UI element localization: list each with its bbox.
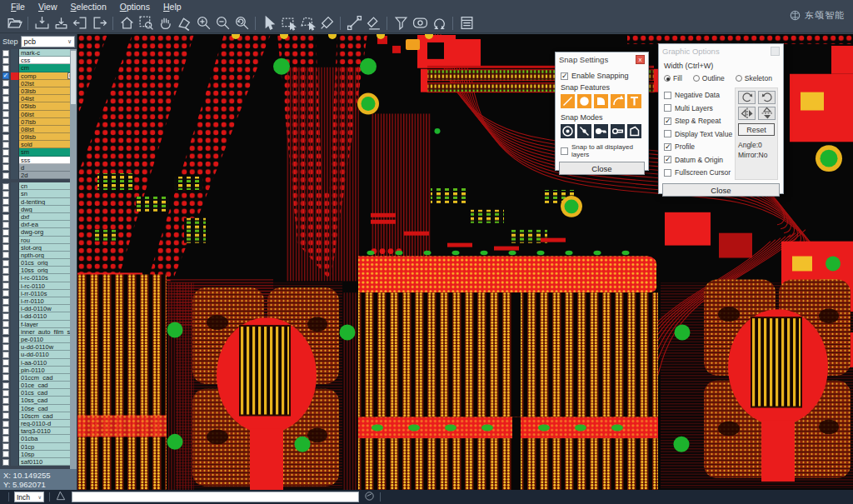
layer-visibility-checkbox[interactable] <box>2 103 9 110</box>
checkbox-negative-data[interactable]: Negative Data <box>664 90 735 101</box>
radio-fill[interactable]: Fill <box>664 74 682 82</box>
layer-row-01cp[interactable]: 01cp <box>0 443 77 451</box>
layer-row-2d[interactable]: 2d <box>0 172 77 179</box>
mode-key-filled-icon[interactable] <box>594 124 608 138</box>
layer-visibility-checkbox[interactable] <box>2 72 9 79</box>
menu-options[interactable]: Options <box>114 1 156 12</box>
layer-row-01cba[interactable]: 01cba <box>0 435 77 442</box>
mode-center-icon[interactable] <box>561 124 575 138</box>
mode-vertex-icon[interactable] <box>627 124 641 138</box>
enable-snapping-checkbox[interactable]: Enable Snapping <box>561 72 643 80</box>
layer-row-01ce_cad[interactable]: 01ce_cad <box>0 382 77 389</box>
layer-visibility-checkbox[interactable] <box>2 298 9 305</box>
layer-row-07lsb[interactable]: 07lsb <box>0 118 77 126</box>
layer-visibility-checkbox[interactable] <box>2 382 9 389</box>
layer-visibility-checkbox[interactable] <box>2 436 9 442</box>
step-select[interactable]: pcb ∨ <box>21 36 75 47</box>
layer-list-scrollbar[interactable] <box>70 49 77 469</box>
layer-visibility-checkbox[interactable] <box>2 191 9 197</box>
snap-all-layers-checkbox[interactable]: Snap to all displayed layers <box>561 143 643 158</box>
layer-visibility-checkbox[interactable] <box>2 229 9 236</box>
layer-row-css[interactable]: css <box>0 57 77 64</box>
layer-visibility-checkbox[interactable] <box>2 237 9 243</box>
layer-row-08lst[interactable]: 08lst <box>0 126 77 133</box>
layer-row-saf0110[interactable]: saf0110 <box>0 458 77 466</box>
graphic-options-close-button[interactable]: Close <box>662 183 780 197</box>
layer-row-i-rr-0110s[interactable]: i-rr-0110s <box>0 290 77 297</box>
close-icon[interactable] <box>771 47 780 56</box>
layer-row-01cs_orig[interactable]: 01cs_orig <box>0 259 77 267</box>
layer-row-02lst[interactable]: 02lst <box>0 80 77 87</box>
layer-row-d[interactable]: d <box>0 164 77 172</box>
select-rect-icon[interactable] <box>279 14 297 32</box>
layer-visibility-checkbox[interactable] <box>2 172 9 179</box>
layer-visibility-checkbox[interactable] <box>2 142 9 148</box>
layer-row-10sp[interactable]: 10sp <box>0 451 77 458</box>
layer-visibility-checkbox[interactable] <box>2 359 9 366</box>
snap-arc-icon[interactable] <box>611 94 625 108</box>
zoom-in-icon[interactable] <box>194 14 212 32</box>
menu-file[interactable]: File <box>5 1 31 12</box>
layer-row-npth-org[interactable]: npth-org <box>0 252 77 259</box>
layer-row-sss[interactable]: sss <box>0 157 77 164</box>
mode-key-outline-icon[interactable] <box>611 124 625 138</box>
layer-visibility-checkbox[interactable] <box>2 149 9 156</box>
layer-row-sm[interactable]: sm <box>0 148 77 156</box>
layer-row-10ss_cad[interactable]: 10ss_cad <box>0 397 77 404</box>
layer-visibility-checkbox[interactable] <box>2 306 9 312</box>
layer-visibility-checkbox[interactable] <box>2 183 9 190</box>
layer-visibility-checkbox[interactable] <box>2 267 9 274</box>
layer-row-dwg[interactable]: dwg <box>0 206 77 213</box>
layer-row-targ3-0110[interactable]: targ3-0110 <box>0 427 77 435</box>
layer-row-inner_auto_film_symb[interactable]: inner_auto_film_symb <box>0 328 77 336</box>
snap-corner-icon[interactable] <box>594 94 608 108</box>
layer-visibility-checkbox[interactable] <box>2 367 9 373</box>
layer-row-comp[interactable]: compB <box>0 72 77 80</box>
layer-row-06lst[interactable]: 06lst <box>0 111 77 118</box>
eraser-icon[interactable] <box>364 14 382 32</box>
layer-visibility-checkbox[interactable] <box>2 157 9 163</box>
layer-visibility-checkbox[interactable] <box>2 397 9 404</box>
zoom-out-icon[interactable] <box>213 14 232 32</box>
layer-visibility-checkbox[interactable] <box>2 344 9 351</box>
zoom-previous-icon[interactable] <box>232 14 251 32</box>
page-next-icon[interactable] <box>90 14 108 32</box>
layer-row-05lsb[interactable]: 05lsb <box>0 102 77 110</box>
layer-visibility-checkbox[interactable] <box>2 134 9 141</box>
layer-row-01ccm_cad[interactable]: 01ccm_cad <box>0 374 77 382</box>
layer-row-03lsb[interactable]: 03lsb <box>0 87 77 95</box>
mode-point-icon[interactable] <box>577 124 591 138</box>
checkbox-fullscreen-cursor[interactable]: Fullscreen Cursor <box>664 167 735 178</box>
layer-visibility-checkbox[interactable] <box>2 390 9 397</box>
layer-row-i-rr-0110[interactable]: i-rr-0110 <box>0 297 77 305</box>
layer-row-f-layer[interactable]: f-layer <box>0 321 77 328</box>
layer-row-i-dd-0110w[interactable]: i-dd-0110w <box>0 305 77 312</box>
open-folder-icon[interactable] <box>5 14 23 32</box>
measure-line-icon[interactable] <box>345 14 363 32</box>
layer-row-i-rc-0110s[interactable]: i-rc-0110s <box>0 274 77 282</box>
layer-row-d-tenting[interactable]: d-tenting <box>0 198 77 206</box>
layer-visibility-checkbox[interactable] <box>2 80 9 87</box>
layer-visibility-checkbox[interactable] <box>2 244 9 251</box>
layer-visibility-checkbox[interactable] <box>2 428 9 435</box>
layer-row-i-dd-0110[interactable]: i-dd-0110 <box>0 312 77 320</box>
layer-visibility-checkbox[interactable] <box>2 412 9 419</box>
layer-visibility-checkbox[interactable] <box>2 198 9 205</box>
layer-row-sold[interactable]: sold <box>0 141 77 148</box>
layer-row-rou[interactable]: rou <box>0 237 77 244</box>
layer-visibility-checkbox[interactable] <box>2 118 9 125</box>
checkbox-multi-layers[interactable]: Multi Layers <box>664 102 735 113</box>
layer-visibility-checkbox[interactable] <box>2 352 9 358</box>
layer-visibility-checkbox[interactable] <box>2 275 9 282</box>
draw-page-icon[interactable] <box>55 490 67 504</box>
layer-visibility-checkbox[interactable] <box>2 443 9 450</box>
checkbox-step-repeat[interactable]: Step & Repeat <box>664 116 735 127</box>
snap-text-icon[interactable] <box>627 94 641 108</box>
layer-visibility-checkbox[interactable] <box>2 65 9 72</box>
layer-visibility-checkbox[interactable] <box>2 252 9 258</box>
layer-row-cm[interactable]: cm <box>0 64 77 72</box>
radio-outline[interactable]: Outline <box>693 74 725 82</box>
layer-visibility-checkbox[interactable] <box>2 321 9 327</box>
vertex-edit-icon[interactable] <box>175 14 193 32</box>
checkbox-datum-origin[interactable]: Datum & Origin <box>664 154 735 165</box>
